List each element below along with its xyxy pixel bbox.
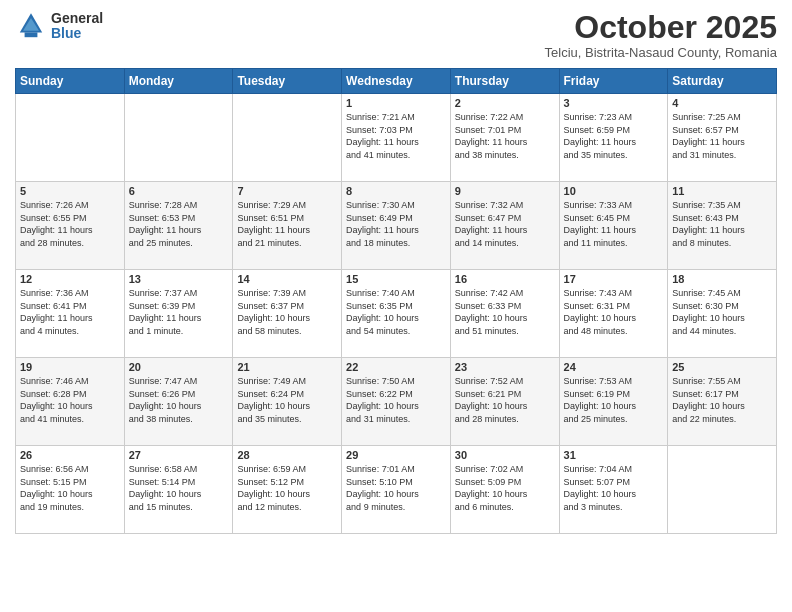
day-cell: 7Sunrise: 7:29 AM Sunset: 6:51 PM Daylig… [233,182,342,270]
day-cell: 10Sunrise: 7:33 AM Sunset: 6:45 PM Dayli… [559,182,668,270]
day-number: 23 [455,361,555,373]
day-number: 17 [564,273,664,285]
day-cell: 6Sunrise: 7:28 AM Sunset: 6:53 PM Daylig… [124,182,233,270]
day-cell: 31Sunrise: 7:04 AM Sunset: 5:07 PM Dayli… [559,446,668,534]
day-number: 20 [129,361,229,373]
day-info: Sunrise: 7:29 AM Sunset: 6:51 PM Dayligh… [237,199,337,249]
day-info: Sunrise: 7:37 AM Sunset: 6:39 PM Dayligh… [129,287,229,337]
day-cell: 18Sunrise: 7:45 AM Sunset: 6:30 PM Dayli… [668,270,777,358]
day-info: Sunrise: 7:55 AM Sunset: 6:17 PM Dayligh… [672,375,772,425]
day-cell: 29Sunrise: 7:01 AM Sunset: 5:10 PM Dayli… [342,446,451,534]
day-number: 4 [672,97,772,109]
day-info: Sunrise: 6:58 AM Sunset: 5:14 PM Dayligh… [129,463,229,513]
day-info: Sunrise: 7:30 AM Sunset: 6:49 PM Dayligh… [346,199,446,249]
day-info: Sunrise: 7:50 AM Sunset: 6:22 PM Dayligh… [346,375,446,425]
day-cell: 17Sunrise: 7:43 AM Sunset: 6:31 PM Dayli… [559,270,668,358]
day-number: 22 [346,361,446,373]
day-cell: 14Sunrise: 7:39 AM Sunset: 6:37 PM Dayli… [233,270,342,358]
day-info: Sunrise: 7:22 AM Sunset: 7:01 PM Dayligh… [455,111,555,161]
day-number: 21 [237,361,337,373]
day-number: 2 [455,97,555,109]
day-number: 3 [564,97,664,109]
day-cell: 3Sunrise: 7:23 AM Sunset: 6:59 PM Daylig… [559,94,668,182]
day-number: 27 [129,449,229,461]
day-number: 19 [20,361,120,373]
day-cell: 12Sunrise: 7:36 AM Sunset: 6:41 PM Dayli… [16,270,125,358]
week-row-3: 12Sunrise: 7:36 AM Sunset: 6:41 PM Dayli… [16,270,777,358]
svg-rect-2 [25,32,38,37]
day-cell [124,94,233,182]
weekday-header-wednesday: Wednesday [342,69,451,94]
weekday-header-monday: Monday [124,69,233,94]
day-number: 16 [455,273,555,285]
day-info: Sunrise: 7:04 AM Sunset: 5:07 PM Dayligh… [564,463,664,513]
logo-text: General Blue [51,11,103,42]
weekday-header-row: SundayMondayTuesdayWednesdayThursdayFrid… [16,69,777,94]
day-cell: 8Sunrise: 7:30 AM Sunset: 6:49 PM Daylig… [342,182,451,270]
day-info: Sunrise: 7:25 AM Sunset: 6:57 PM Dayligh… [672,111,772,161]
day-cell: 25Sunrise: 7:55 AM Sunset: 6:17 PM Dayli… [668,358,777,446]
day-cell: 26Sunrise: 6:56 AM Sunset: 5:15 PM Dayli… [16,446,125,534]
day-number: 14 [237,273,337,285]
day-cell: 5Sunrise: 7:26 AM Sunset: 6:55 PM Daylig… [16,182,125,270]
day-number: 9 [455,185,555,197]
day-info: Sunrise: 7:35 AM Sunset: 6:43 PM Dayligh… [672,199,772,249]
day-info: Sunrise: 7:26 AM Sunset: 6:55 PM Dayligh… [20,199,120,249]
day-number: 24 [564,361,664,373]
day-info: Sunrise: 7:47 AM Sunset: 6:26 PM Dayligh… [129,375,229,425]
day-number: 13 [129,273,229,285]
day-number: 15 [346,273,446,285]
day-number: 7 [237,185,337,197]
day-info: Sunrise: 7:32 AM Sunset: 6:47 PM Dayligh… [455,199,555,249]
weekday-header-friday: Friday [559,69,668,94]
week-row-5: 26Sunrise: 6:56 AM Sunset: 5:15 PM Dayli… [16,446,777,534]
day-number: 30 [455,449,555,461]
day-number: 1 [346,97,446,109]
day-number: 26 [20,449,120,461]
weekday-header-sunday: Sunday [16,69,125,94]
header: General Blue October 2025 Telciu, Bistri… [15,10,777,60]
month-title: October 2025 [545,10,777,45]
week-row-2: 5Sunrise: 7:26 AM Sunset: 6:55 PM Daylig… [16,182,777,270]
day-number: 18 [672,273,772,285]
calendar: SundayMondayTuesdayWednesdayThursdayFrid… [15,68,777,534]
day-cell: 1Sunrise: 7:21 AM Sunset: 7:03 PM Daylig… [342,94,451,182]
day-cell: 13Sunrise: 7:37 AM Sunset: 6:39 PM Dayli… [124,270,233,358]
week-row-4: 19Sunrise: 7:46 AM Sunset: 6:28 PM Dayli… [16,358,777,446]
day-cell: 15Sunrise: 7:40 AM Sunset: 6:35 PM Dayli… [342,270,451,358]
day-number: 11 [672,185,772,197]
day-info: Sunrise: 7:46 AM Sunset: 6:28 PM Dayligh… [20,375,120,425]
day-info: Sunrise: 7:33 AM Sunset: 6:45 PM Dayligh… [564,199,664,249]
day-cell: 20Sunrise: 7:47 AM Sunset: 6:26 PM Dayli… [124,358,233,446]
day-number: 25 [672,361,772,373]
day-number: 31 [564,449,664,461]
day-cell: 2Sunrise: 7:22 AM Sunset: 7:01 PM Daylig… [450,94,559,182]
logo-icon [15,10,47,42]
day-cell: 21Sunrise: 7:49 AM Sunset: 6:24 PM Dayli… [233,358,342,446]
day-cell [233,94,342,182]
title-block: October 2025 Telciu, Bistrita-Nasaud Cou… [545,10,777,60]
day-info: Sunrise: 7:52 AM Sunset: 6:21 PM Dayligh… [455,375,555,425]
day-cell [16,94,125,182]
day-info: Sunrise: 7:23 AM Sunset: 6:59 PM Dayligh… [564,111,664,161]
day-cell: 22Sunrise: 7:50 AM Sunset: 6:22 PM Dayli… [342,358,451,446]
day-cell: 11Sunrise: 7:35 AM Sunset: 6:43 PM Dayli… [668,182,777,270]
logo-general-text: General [51,11,103,26]
day-info: Sunrise: 6:59 AM Sunset: 5:12 PM Dayligh… [237,463,337,513]
day-cell: 30Sunrise: 7:02 AM Sunset: 5:09 PM Dayli… [450,446,559,534]
day-number: 28 [237,449,337,461]
location-text: Telciu, Bistrita-Nasaud County, Romania [545,45,777,60]
day-cell: 16Sunrise: 7:42 AM Sunset: 6:33 PM Dayli… [450,270,559,358]
day-info: Sunrise: 7:45 AM Sunset: 6:30 PM Dayligh… [672,287,772,337]
day-cell: 27Sunrise: 6:58 AM Sunset: 5:14 PM Dayli… [124,446,233,534]
day-info: Sunrise: 7:53 AM Sunset: 6:19 PM Dayligh… [564,375,664,425]
day-info: Sunrise: 7:01 AM Sunset: 5:10 PM Dayligh… [346,463,446,513]
logo: General Blue [15,10,103,42]
day-info: Sunrise: 7:49 AM Sunset: 6:24 PM Dayligh… [237,375,337,425]
day-cell [668,446,777,534]
day-cell: 4Sunrise: 7:25 AM Sunset: 6:57 PM Daylig… [668,94,777,182]
day-number: 10 [564,185,664,197]
weekday-header-thursday: Thursday [450,69,559,94]
weekday-header-tuesday: Tuesday [233,69,342,94]
day-cell: 19Sunrise: 7:46 AM Sunset: 6:28 PM Dayli… [16,358,125,446]
